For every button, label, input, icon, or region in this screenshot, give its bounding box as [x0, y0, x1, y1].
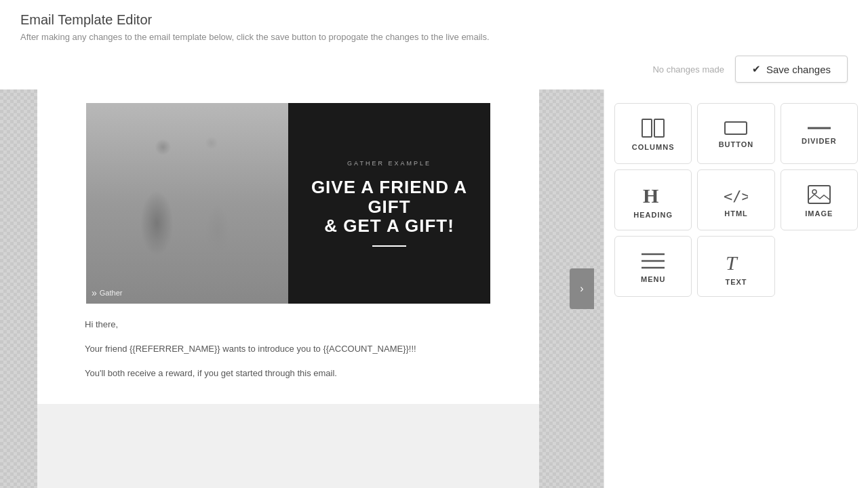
svg-text:</>: </>	[724, 188, 748, 204]
component-columns[interactable]: COLUMNS	[614, 103, 692, 164]
component-image[interactable]: IMAGE	[781, 169, 858, 230]
html-label: HTML	[724, 209, 748, 218]
svg-rect-1	[654, 119, 664, 137]
menu-label: MENU	[641, 275, 665, 283]
component-heading[interactable]: H HEADING	[614, 169, 692, 230]
button-label: BUTTON	[719, 140, 754, 148]
email-content-box: » Gather GATHER EXAMPLE GIVE A FRIEND A …	[37, 89, 539, 404]
page-title: Email Template Editor	[20, 12, 848, 28]
svg-text:H: H	[643, 184, 658, 205]
main-content: » Gather GATHER EXAMPLE GIVE A FRIEND A …	[0, 89, 868, 488]
sidebar-panel: COLUMNS BUTTON	[604, 89, 868, 488]
divider-icon	[808, 125, 831, 131]
save-button-label: Save changes	[766, 64, 831, 75]
email-preview-wrapper: » Gather GATHER EXAMPLE GIVE A FRIEND A …	[0, 89, 604, 488]
page-subtitle: After making any changes to the email te…	[20, 32, 848, 42]
gather-logo: » Gather	[92, 287, 122, 298]
columns-icon	[642, 119, 665, 138]
hero-big-text: GIVE A FRIEND A GIFT& GET A GIFT!	[302, 178, 477, 236]
svg-rect-0	[642, 119, 652, 137]
toolbar: No changes made ✔ Save changes	[0, 49, 868, 89]
image-label: IMAGE	[805, 209, 833, 218]
hero-photo-left: » Gather	[86, 103, 288, 304]
html-icon: </>	[724, 185, 748, 204]
page-header: Email Template Editor After making any c…	[0, 0, 868, 49]
component-text[interactable]: T TEXT	[697, 236, 774, 297]
greeting-text: Hi there,	[85, 317, 492, 332]
hero-divider-line	[372, 245, 406, 247]
expand-arrow-button[interactable]: ›	[570, 268, 594, 309]
menu-icon	[642, 252, 665, 270]
svg-rect-6	[808, 186, 830, 203]
image-icon	[808, 185, 831, 204]
text-label: TEXT	[725, 278, 747, 286]
text-icon: T	[724, 249, 747, 272]
svg-rect-2	[725, 122, 747, 134]
button-icon	[724, 121, 747, 135]
component-button[interactable]: BUTTON	[697, 103, 774, 164]
body-line2: You'll both receive a reward, if you get…	[85, 366, 492, 381]
save-button[interactable]: ✔ Save changes	[735, 56, 848, 83]
checkmark-icon: ✔	[752, 63, 761, 75]
svg-point-7	[812, 190, 816, 194]
email-body: Hi there, Your friend {{REFERRER_NAME}} …	[37, 304, 539, 404]
divider-label: DIVIDER	[802, 137, 837, 145]
heading-icon: H	[642, 184, 665, 205]
women-photo	[86, 103, 288, 304]
chevron-right-icon: ›	[580, 283, 583, 295]
component-divider[interactable]: DIVIDER	[781, 103, 858, 164]
body-line1: Your friend {{REFERRER_NAME}} wants to i…	[85, 342, 492, 357]
components-grid: COLUMNS BUTTON	[614, 103, 858, 297]
hero-right-panel: GATHER EXAMPLE GIVE A FRIEND A GIFT& GET…	[288, 103, 490, 304]
no-changes-label: No changes made	[652, 64, 724, 75]
component-html[interactable]: </> HTML	[697, 169, 774, 230]
hero-image: » Gather GATHER EXAMPLE GIVE A FRIEND A …	[86, 103, 490, 304]
component-menu[interactable]: MENU	[614, 236, 692, 297]
svg-text:T: T	[726, 251, 738, 272]
columns-label: COLUMNS	[632, 143, 675, 151]
hero-small-text: GATHER EXAMPLE	[347, 160, 431, 167]
heading-label: HEADING	[633, 211, 673, 219]
